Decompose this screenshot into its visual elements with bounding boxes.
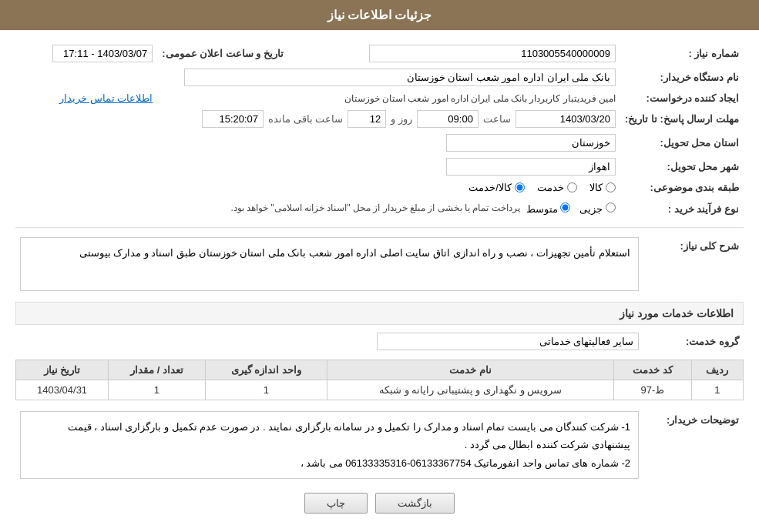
days-label: روز و — [391, 113, 412, 125]
province-label: استان محل تحویل: — [620, 131, 744, 155]
send-deadline-label: مهلت ارسال پاسخ: تا تاریخ: — [620, 107, 744, 131]
col-code: کد خدمت — [614, 360, 691, 380]
category-khedmat-radio[interactable] — [567, 182, 577, 192]
service-items-table: ردیف کد خدمت نام خدمت واحد اندازه گیری ت… — [15, 360, 744, 400]
deadline-date-input[interactable] — [516, 110, 616, 128]
need-number-value — [288, 42, 620, 65]
city-label: شهر محل تحویل: — [620, 155, 744, 179]
buyer-org-input[interactable] — [184, 69, 616, 86]
contact-link-cell: اطلاعات تماس خریدار — [15, 89, 157, 107]
created-by-value: امین فریدیتبار کاربردار بانک ملی ایران ا… — [157, 89, 620, 107]
deadline-days-input[interactable] — [348, 110, 386, 128]
category-kala-khedmat-text: کالا/خدمت — [468, 182, 512, 193]
content-area: شماره نیاز : تاریخ و ساعت اعلان عمومی: ن… — [0, 30, 759, 531]
buyer-notes-cell: 1- شرکت کنندگان می بایست تمام اسناد و مد… — [15, 408, 643, 482]
services-section-title: اطلاعات خدمات مورد نیاز — [15, 302, 744, 325]
category-kala-khedmat-label[interactable]: کالا/خدمت — [468, 182, 525, 193]
table-cell-row: 1 — [691, 380, 743, 400]
page-title: جزئیات اطلاعات نیاز — [327, 8, 432, 22]
process-label: نوع فرآیند خرید : — [620, 196, 744, 221]
process-row: جزیی متوسط پرداخت تمام یا بخشی از مبلغ خ… — [15, 196, 620, 221]
category-kala-khedmat-radio[interactable] — [515, 182, 525, 192]
process-jozi-label[interactable]: جزیی — [579, 202, 616, 215]
service-group-value — [15, 330, 643, 353]
category-khedmat-label[interactable]: خدمت — [537, 182, 577, 193]
process-motavasset-text: متوسط — [526, 203, 558, 215]
buyer-notes-label: توضیحات خریدار: — [643, 408, 744, 482]
divider-1 — [15, 227, 744, 228]
process-jozi-radio[interactable] — [606, 202, 616, 212]
deadline-time-input[interactable] — [417, 110, 479, 128]
created-by-label: ایجاد کننده درخواست: — [620, 89, 744, 107]
service-group-input[interactable] — [377, 333, 639, 350]
deadline-remaining-input[interactable] — [202, 110, 264, 128]
process-desc: پرداخت تمام یا بخشی از مبلغ خریدار از مح… — [20, 202, 520, 213]
table-cell-date: 1403/04/31 — [16, 380, 109, 400]
need-number-input[interactable] — [369, 45, 616, 62]
category-khedmat-text: خدمت — [537, 182, 564, 193]
category-kala-label[interactable]: کالا — [589, 182, 616, 193]
table-row: 1ط-97سرویس و نگهداری و پشتیبانی رایانه و… — [16, 380, 744, 400]
announce-label: تاریخ و ساعت اعلان عمومی: — [157, 42, 288, 65]
announce-input[interactable] — [52, 45, 153, 62]
service-group-label: گروه خدمت: — [643, 330, 744, 353]
category-kala-radio[interactable] — [606, 182, 616, 192]
page-wrapper: جزئیات اطلاعات نیاز شماره نیاز : تاریخ و… — [0, 0, 759, 532]
need-number-label: شماره نیاز : — [620, 42, 744, 65]
table-cell-unit: 1 — [205, 380, 327, 400]
city-input[interactable] — [446, 158, 616, 176]
contact-link[interactable]: اطلاعات تماس خریدار — [59, 92, 153, 104]
announce-value — [15, 42, 157, 65]
notes-table: توضیحات خریدار: 1- شرکت کنندگان می بایست… — [15, 408, 744, 482]
buyer-org-value — [15, 65, 620, 89]
col-unit: واحد اندازه گیری — [205, 360, 327, 380]
created-by-text: امین فریدیتبار کاربردار بانک ملی ایران ا… — [344, 93, 616, 104]
service-group-table: گروه خدمت: — [15, 330, 744, 353]
need-desc-cell: استعلام تأمین تجهیزات ، نصب و راه اندازی… — [15, 234, 643, 294]
category-kala-text: کالا — [589, 182, 603, 193]
category-label: طبقه بندی موضوعی: — [620, 179, 744, 196]
process-motavasset-label[interactable]: متوسط — [526, 202, 571, 215]
process-jozi-text: جزیی — [579, 203, 603, 215]
buyer-notes-box: 1- شرکت کنندگان می بایست تمام اسناد و مد… — [20, 411, 639, 479]
col-date: تاریخ نیاز — [16, 360, 109, 380]
col-row: ردیف — [691, 360, 743, 380]
table-cell-code: ط-97 — [614, 380, 691, 400]
table-cell-quantity: 1 — [109, 380, 206, 400]
category-options: کالا خدمت کالا/خدمت — [15, 179, 620, 196]
province-input[interactable] — [446, 134, 616, 152]
province-value — [15, 131, 620, 155]
buyer-org-label: نام دستگاه خریدار: — [620, 65, 744, 89]
col-qty: تعداد / مقدار — [109, 360, 206, 380]
page-header: جزئیات اطلاعات نیاز — [0, 0, 759, 30]
back-button[interactable]: بازگشت — [375, 493, 455, 514]
need-description-box: استعلام تأمین تجهیزات ، نصب و راه اندازی… — [20, 237, 639, 291]
description-table: شرح کلی نیاز: استعلام تأمین تجهیزات ، نص… — [15, 234, 744, 294]
time-label: ساعت — [483, 113, 511, 125]
city-value — [15, 155, 620, 179]
process-motavasset-radio[interactable] — [560, 202, 570, 212]
deadline-row: ساعت روز و ساعت باقی مانده — [15, 107, 620, 131]
remaining-label: ساعت باقی مانده — [268, 113, 343, 125]
col-name: نام خدمت — [327, 360, 614, 380]
print-button[interactable]: چاپ — [304, 493, 368, 514]
need-desc-label: شرح کلی نیاز: — [643, 234, 744, 294]
button-row: بازگشت چاپ — [15, 493, 744, 514]
table-cell-name: سرویس و نگهداری و پشتیبانی رایانه و شبکه — [327, 380, 614, 400]
main-form-table: شماره نیاز : تاریخ و ساعت اعلان عمومی: ن… — [15, 42, 744, 221]
